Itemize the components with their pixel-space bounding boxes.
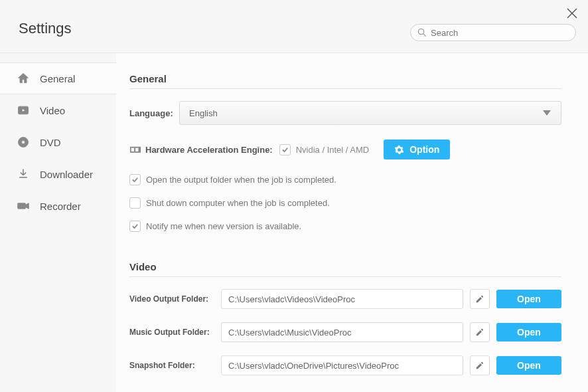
snapshot-row: Snapshot Folder: C:\Users\vladc\OneDrive… bbox=[129, 355, 561, 375]
svg-point-2 bbox=[418, 29, 423, 34]
music-output-open-button[interactable]: Open bbox=[496, 323, 561, 342]
sidebar-item-label: DVD bbox=[40, 137, 61, 148]
search-icon bbox=[417, 28, 427, 37]
sidebar-item-general[interactable]: General bbox=[0, 62, 116, 94]
hw-accel-label: Hardware Acceleration Engine: bbox=[145, 145, 273, 155]
svg-point-7 bbox=[22, 141, 25, 144]
home-icon bbox=[16, 71, 31, 86]
video-output-label: Video Output Folder: bbox=[129, 294, 214, 304]
svg-rect-13 bbox=[135, 148, 138, 151]
video-icon bbox=[16, 103, 31, 118]
snapshot-path[interactable]: C:\Users\vladc\OneDrive\Pictures\VideoPr… bbox=[221, 355, 463, 375]
notify-checkbox[interactable] bbox=[129, 221, 141, 232]
open-label: Open bbox=[517, 360, 541, 371]
music-output-edit-button[interactable] bbox=[470, 322, 490, 342]
section-heading-general: General bbox=[129, 73, 561, 89]
video-output-row: Video Output Folder: C:\Users\vladc\Vide… bbox=[129, 289, 561, 309]
pencil-icon bbox=[475, 294, 484, 304]
hw-option-button[interactable]: Option bbox=[384, 140, 450, 159]
video-output-open-button[interactable]: Open bbox=[496, 290, 561, 308]
snapshot-open-button[interactable]: Open bbox=[496, 356, 561, 375]
sidebar-item-label: Downloader bbox=[40, 169, 93, 180]
shutdown-row: Shut down computer when the job is compl… bbox=[129, 197, 561, 209]
recorder-icon bbox=[16, 199, 31, 213]
check-icon bbox=[281, 146, 289, 153]
close-button[interactable] bbox=[565, 7, 579, 20]
hardware-accel-row: Hardware Acceleration Engine: Nvidia / I… bbox=[129, 140, 561, 159]
download-icon bbox=[16, 167, 31, 181]
open-label: Open bbox=[517, 294, 541, 304]
content: General Video DVD Downloader Recorder bbox=[0, 53, 588, 392]
section-heading-video: Video bbox=[129, 261, 561, 277]
shutdown-checkbox[interactable] bbox=[129, 197, 141, 209]
check-icon bbox=[131, 223, 139, 230]
titlebar: Settings bbox=[0, 0, 588, 53]
sidebar-item-recorder[interactable]: Recorder bbox=[0, 190, 116, 222]
snapshot-edit-button[interactable] bbox=[470, 355, 490, 375]
main-panel: General Language: English Hardware Accel… bbox=[116, 53, 588, 392]
page-title: Settings bbox=[19, 20, 72, 37]
open-output-row: Open the output folder when the job is c… bbox=[129, 174, 561, 185]
language-value: English bbox=[189, 108, 218, 118]
shutdown-label: Shut down computer when the job is compl… bbox=[146, 198, 330, 208]
music-output-label: Music Output Folder: bbox=[129, 328, 214, 337]
disc-icon bbox=[16, 135, 31, 149]
language-dropdown[interactable]: English bbox=[179, 101, 561, 125]
hw-vendors-text: Nvidia / Intel / AMD bbox=[296, 145, 370, 155]
hw-accel-checkbox[interactable] bbox=[279, 144, 291, 155]
svg-marker-10 bbox=[543, 110, 551, 116]
main-scroll[interactable]: General Language: English Hardware Accel… bbox=[116, 53, 588, 392]
language-row: Language: English bbox=[129, 101, 561, 125]
sidebar-item-dvd[interactable]: DVD bbox=[0, 126, 116, 158]
video-output-edit-button[interactable] bbox=[470, 289, 490, 309]
sidebar: General Video DVD Downloader Recorder bbox=[0, 53, 116, 392]
language-label: Language: bbox=[129, 108, 179, 118]
pencil-icon bbox=[475, 361, 484, 370]
open-output-label: Open the output folder when the job is c… bbox=[146, 175, 336, 185]
open-label: Open bbox=[517, 327, 541, 338]
close-icon bbox=[565, 7, 579, 20]
sidebar-item-label: Video bbox=[40, 105, 65, 116]
search-input[interactable] bbox=[431, 28, 569, 38]
gpu-icon bbox=[129, 145, 141, 154]
search-box[interactable] bbox=[410, 24, 576, 41]
svg-rect-12 bbox=[131, 148, 134, 151]
music-output-row: Music Output Folder: C:\Users\vladc\Musi… bbox=[129, 322, 561, 342]
chevron-down-icon bbox=[542, 110, 551, 116]
sidebar-item-downloader[interactable]: Downloader bbox=[0, 158, 116, 190]
notify-row: Notify me when new version is available. bbox=[129, 221, 561, 232]
svg-rect-8 bbox=[18, 203, 26, 209]
notify-label: Notify me when new version is available. bbox=[146, 221, 301, 231]
music-output-path[interactable]: C:\Users\vladc\Music\VideoProc bbox=[221, 322, 463, 342]
snapshot-label: Snapshot Folder: bbox=[129, 361, 214, 370]
sidebar-item-label: General bbox=[40, 73, 75, 84]
check-icon bbox=[131, 176, 139, 183]
sidebar-item-video[interactable]: Video bbox=[0, 94, 116, 126]
pencil-icon bbox=[475, 328, 484, 337]
sidebar-item-label: Recorder bbox=[40, 201, 81, 212]
video-output-path[interactable]: C:\Users\vladc\Videos\VideoProc bbox=[221, 289, 463, 309]
svg-marker-9 bbox=[25, 203, 29, 209]
gear-icon bbox=[394, 145, 404, 155]
open-output-checkbox[interactable] bbox=[129, 174, 141, 185]
hw-option-label: Option bbox=[409, 144, 439, 155]
svg-line-3 bbox=[423, 34, 426, 37]
